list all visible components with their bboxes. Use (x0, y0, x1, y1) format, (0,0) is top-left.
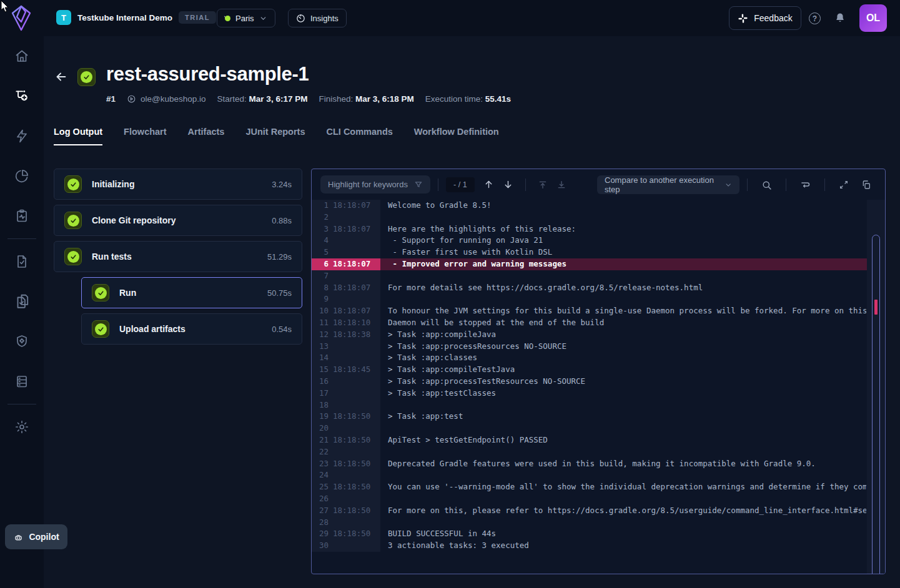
line-timestamp: 18:18:07 (333, 223, 380, 235)
notifications-bell-icon[interactable] (834, 12, 846, 24)
line-number: 2 (312, 212, 333, 223)
line-number: 7 (312, 270, 333, 282)
keyword-filter[interactable]: Highlight for keywords (320, 175, 430, 194)
line-timestamp: 18:18:10 (333, 317, 380, 329)
step-initializing[interactable]: Initializing 3.24s (54, 169, 302, 200)
line-number: 14 (312, 352, 333, 364)
step-label: Run tests (92, 252, 267, 262)
sidebar-item-test-doc[interactable] (0, 242, 44, 282)
back-button[interactable] (54, 70, 68, 84)
line-number: 5 (312, 247, 333, 258)
tab-flowchart[interactable]: Flowchart (124, 127, 166, 145)
tab-cli-commands[interactable]: CLI Commands (327, 127, 393, 145)
line-timestamp (333, 517, 380, 529)
line-text (380, 399, 866, 411)
tab-workflow-definition[interactable]: Workflow Definition (414, 127, 499, 145)
log-lines[interactable]: 118:18:07Welcome to Gradle 8.5!2318:18:0… (312, 200, 885, 574)
line-text: Daemon will be stopped at the end of the… (380, 317, 866, 329)
line-text (380, 423, 866, 434)
log-scrollbar-thumb[interactable] (872, 235, 880, 574)
insights-button[interactable]: Insights (288, 9, 347, 27)
execution-meta: #1 ole@kubeshop.io Started: Mar 3, 6:17 … (106, 94, 511, 104)
sidebar-item-status-pages[interactable] (0, 196, 44, 236)
log-line: 20 (312, 423, 885, 434)
copilot-button[interactable]: Copilot (5, 524, 67, 549)
user-avatar[interactable]: OL (859, 4, 887, 32)
triggered-by: ole@kubeshop.io (127, 94, 206, 104)
line-number: 10 (312, 305, 333, 317)
line-text (380, 446, 866, 458)
step-status-check-icon (92, 320, 109, 338)
step-upload-artifacts[interactable]: Upload artifacts 0.54s (81, 313, 302, 345)
env-status-dot (225, 16, 230, 21)
line-timestamp: 18:18:50 (333, 434, 380, 446)
copy-icon[interactable] (861, 180, 871, 190)
line-text: > Task :app:testClasses (380, 388, 866, 399)
step-clone-git-repository[interactable]: Clone Git repository 0.88s (54, 205, 302, 236)
executors-server-icon (14, 374, 29, 389)
play-circle-icon (127, 94, 136, 104)
line-number: 13 (312, 341, 333, 353)
line-timestamp (333, 235, 380, 247)
log-line: 22 (312, 446, 885, 458)
gauge-icon (296, 14, 305, 23)
line-number: 21 (312, 434, 333, 446)
testkube-logo[interactable] (9, 4, 34, 32)
log-line: 4 - Support for running on Java 21 (312, 235, 885, 247)
copilot-label: Copilot (29, 532, 59, 542)
sidebar-item-test-suites[interactable] (0, 282, 44, 321)
line-number: 1 (312, 200, 333, 212)
feedback-button[interactable]: Feedback (729, 6, 801, 30)
tab-log-output[interactable]: Log Output (54, 127, 102, 145)
finished-at: Finished: Mar 3, 6:18 PM (319, 94, 413, 104)
line-timestamp (333, 212, 380, 223)
line-timestamp (333, 540, 380, 552)
line-text: > Task :app:classes (380, 352, 866, 364)
jump-to-bottom-icon[interactable] (556, 180, 566, 190)
line-text: > Task :app:processResources NO-SOURCE (380, 341, 866, 353)
line-text: You can use '--warning-mode all' to show… (380, 481, 866, 493)
log-line: 818:18:07For more details see https://do… (312, 282, 885, 294)
sidebar-item-webhooks-shield[interactable] (0, 321, 44, 361)
sidebar-item-insights-pie[interactable] (0, 156, 44, 196)
step-run-tests[interactable]: Run tests 51.29s (54, 241, 302, 272)
match-counter: - / 1 (446, 177, 475, 192)
line-text: > Task :app:compileJava (380, 329, 866, 341)
step-duration: 0.54s (272, 325, 292, 334)
status-pages-icon (14, 208, 29, 223)
line-timestamp (333, 423, 380, 434)
wrap-lines-icon[interactable] (800, 180, 811, 190)
jump-to-top-icon[interactable] (538, 180, 548, 190)
settings-gear-icon (14, 419, 29, 434)
log-line: 2518:18:50You can use '--warning-mode al… (312, 481, 885, 493)
sidebar-item-workflows[interactable] (0, 76, 44, 116)
search-icon[interactable] (761, 180, 772, 190)
sidebar-item-triggers[interactable] (0, 116, 44, 156)
line-number: 27 (312, 505, 333, 517)
org-selector[interactable]: T Testkube Internal Demo TRIAL (56, 10, 231, 25)
expand-icon[interactable] (839, 180, 849, 190)
line-number: 17 (312, 388, 333, 399)
help-icon[interactable]: ? (809, 12, 821, 24)
arrow-down-icon[interactable] (503, 179, 513, 190)
line-text: - Improved error and warning messages (380, 258, 866, 270)
log-line: 7 (312, 270, 885, 282)
compare-step-select[interactable]: Compare to another execution step (597, 175, 739, 194)
line-timestamp: 18:18:50 (333, 528, 380, 540)
line-timestamp: 18:18:38 (333, 329, 380, 341)
line-timestamp (333, 493, 380, 505)
line-timestamp: 18:18:50 (333, 411, 380, 423)
env-name: Paris (235, 14, 254, 23)
log-scrollbar-track[interactable] (867, 200, 885, 574)
triggers-icon (14, 129, 29, 144)
sidebar-item-settings-gear[interactable] (0, 407, 44, 447)
log-line: 5 - Faster first use with Kotlin DSL (312, 247, 885, 258)
environment-selector[interactable]: Paris (217, 9, 275, 27)
tab-junit-reports[interactable]: JUnit Reports (245, 127, 305, 145)
step-run[interactable]: Run 50.75s (81, 277, 302, 308)
tab-artifacts[interactable]: Artifacts (188, 127, 225, 145)
sidebar-item-home[interactable] (0, 36, 44, 76)
sidebar-item-executors-server[interactable] (0, 361, 44, 401)
line-timestamp (333, 446, 380, 458)
arrow-up-icon[interactable] (483, 179, 494, 190)
